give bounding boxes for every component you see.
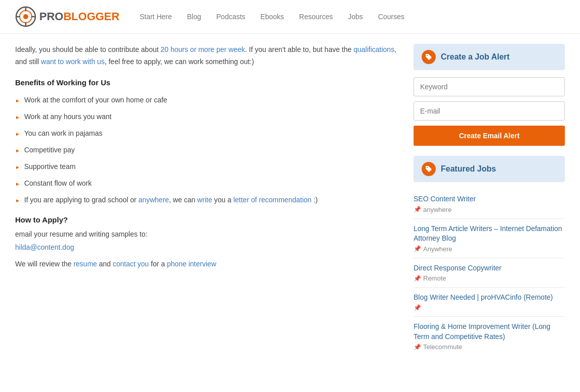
create-job-alert-title: Create a Job Alert — [441, 52, 509, 62]
featured-tag-icon — [422, 162, 436, 176]
benefit-text: You can work in pajamas — [24, 128, 102, 139]
main-content: Ideally, you should be able to contribut… — [15, 44, 398, 356]
nav-ebooks[interactable]: Ebooks — [260, 13, 284, 21]
email-input[interactable] — [414, 101, 565, 121]
job-location: 📌 Remote — [414, 274, 565, 282]
logo-blogger: BLOGGER — [64, 10, 120, 23]
bullet-arrow: ► — [15, 163, 20, 171]
location-icon: 📌 — [414, 206, 421, 213]
location-icon: 📌 — [414, 304, 421, 311]
bullet-arrow: ► — [15, 197, 20, 204]
job-location: 📌 Telecommute — [414, 343, 565, 351]
nav-jobs[interactable]: Jobs — [348, 13, 363, 21]
location-icon: 📌 — [414, 275, 421, 282]
job-title-link[interactable]: Blog Writer Needed | proHVACinfo (Remote… — [414, 293, 565, 303]
intro-paragraph: Ideally, you should be able to contribut… — [15, 44, 398, 68]
benefit-text: Work at any hours you want — [24, 111, 111, 122]
bullet-arrow: ► — [15, 147, 20, 154]
list-item: Long Term Article Writers – Internet Def… — [414, 219, 565, 258]
nav-links: Start Here Blog Podcasts Ebooks Resource… — [140, 13, 404, 21]
resume-link[interactable]: resume — [74, 260, 97, 268]
location-text: Telecommute — [423, 343, 462, 351]
location-text: Remote — [423, 274, 446, 282]
benefit-text: Supportive team — [24, 161, 76, 172]
list-item: SEO Content Writer 📌 anywhere — [414, 189, 565, 219]
job-location: 📌 Anywhere — [414, 245, 565, 253]
job-title-link[interactable]: SEO Content Writer — [414, 194, 565, 204]
nav-blog[interactable]: Blog — [187, 13, 201, 21]
list-item: Direct Response Copywriter 📌 Remote — [414, 258, 565, 288]
job-location: 📌 — [414, 304, 565, 311]
keyword-input[interactable] — [414, 77, 565, 96]
list-item: ► Competitive pay — [15, 145, 398, 155]
nav-podcasts[interactable]: Podcasts — [216, 13, 246, 21]
featured-jobs-list: SEO Content Writer 📌 anywhere Long Term … — [414, 189, 565, 356]
benefits-heading: Benefits of Working for Us — [15, 78, 398, 87]
list-item: ► If you are applying to grad school or … — [15, 195, 398, 205]
write-link[interactable]: write — [197, 196, 212, 204]
how-to-apply-heading: How to Apply? — [15, 215, 398, 224]
benefit-text: Work at the comfort of your own home or … — [24, 95, 167, 105]
featured-jobs-title: Featured Jobs — [441, 164, 496, 174]
page-layout: Ideally, you should be able to contribut… — [0, 34, 580, 366]
logo-pro: PRO — [39, 10, 64, 23]
nav-resources[interactable]: Resources — [299, 13, 333, 21]
list-item: Flooring & Home Improvement Writer (Long… — [414, 317, 565, 356]
list-item: ► You can work in pajamas — [15, 128, 398, 139]
bullet-arrow: ► — [15, 97, 20, 104]
location-icon: 📌 — [414, 344, 421, 351]
list-item: ► Work at the comfort of your own home o… — [15, 95, 398, 105]
intro-link-20hours[interactable]: 20 hours or more per week — [161, 45, 245, 53]
contact-link[interactable]: contact you — [113, 260, 149, 268]
benefit-text: If you are applying to grad school or an… — [24, 195, 318, 205]
nav-start-here[interactable]: Start Here — [140, 13, 172, 21]
tag-icon — [422, 50, 436, 64]
list-item: Blog Writer Needed | proHVACinfo (Remote… — [414, 288, 565, 317]
bullet-arrow: ► — [15, 114, 20, 121]
svg-point-2 — [23, 14, 28, 19]
job-title-link[interactable]: Flooring & Home Improvement Writer (Long… — [414, 322, 565, 342]
navbar: PROBLOGGER Start Here Blog Podcasts Eboo… — [0, 0, 580, 34]
location-icon: 📌 — [414, 245, 421, 252]
location-text: Anywhere — [423, 245, 452, 253]
apply-footer: We will review the resume and contact yo… — [15, 258, 398, 269]
bullet-arrow: ► — [15, 180, 20, 188]
location-text: anywhere — [423, 206, 451, 213]
letter-link[interactable]: letter of recommendation — [234, 196, 312, 204]
create-job-alert-box: Create a Job Alert — [414, 44, 565, 70]
anywhere-link[interactable]: anywhere — [138, 196, 169, 204]
bullet-arrow: ► — [15, 130, 20, 138]
benefit-text: Competitive pay — [24, 145, 75, 155]
apply-email-link[interactable]: hilda@content.dog — [15, 243, 398, 251]
benefit-text: Constant flow of work — [24, 178, 92, 189]
apply-text: email your resume and writing samples to… — [15, 230, 398, 238]
benefits-list: ► Work at the comfort of your own home o… — [15, 95, 398, 205]
logo-link[interactable]: PROBLOGGER — [15, 6, 120, 27]
list-item: ► Supportive team — [15, 161, 398, 172]
logo-icon — [15, 6, 36, 27]
sidebar: Create a Job Alert Create Email Alert Fe… — [414, 44, 565, 356]
phone-link[interactable]: phone interview — [167, 260, 216, 268]
intro-link-want[interactable]: want to work with us — [41, 58, 104, 66]
list-item: ► Constant flow of work — [15, 178, 398, 189]
job-location: 📌 anywhere — [414, 206, 565, 213]
nav-courses[interactable]: Courses — [378, 13, 404, 21]
job-title-link[interactable]: Direct Response Copywriter — [414, 263, 565, 273]
job-title-link[interactable]: Long Term Article Writers – Internet Def… — [414, 224, 565, 244]
list-item: ► Work at any hours you want — [15, 111, 398, 122]
create-alert-button[interactable]: Create Email Alert — [414, 126, 565, 146]
featured-jobs-box: Featured Jobs — [414, 156, 565, 182]
intro-link-qualifications[interactable]: qualifications — [354, 45, 394, 53]
